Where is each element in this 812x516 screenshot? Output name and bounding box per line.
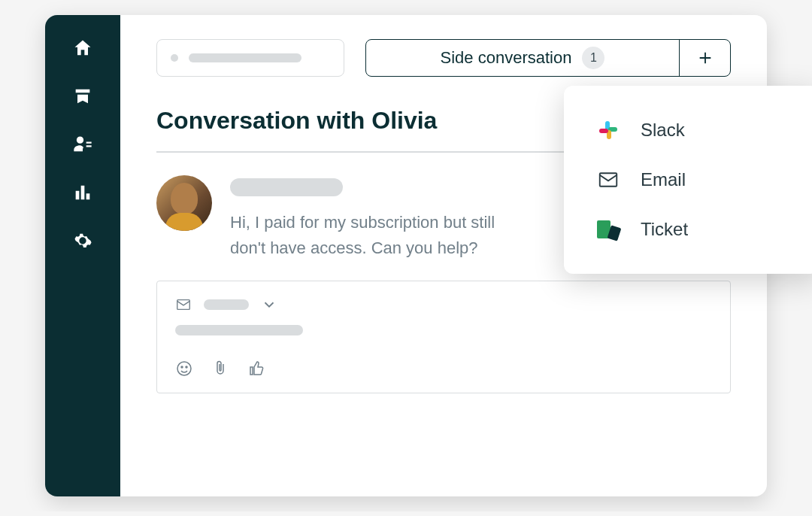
add-side-conversation-button[interactable] <box>679 40 730 76</box>
side-conversation-count-badge: 1 <box>582 47 604 69</box>
reply-composer[interactable] <box>156 281 731 393</box>
thumbs-up-button[interactable] <box>247 360 265 378</box>
thumbs-up-icon <box>247 360 265 378</box>
dropdown-label: Email <box>641 169 686 190</box>
reporting-icon[interactable] <box>72 182 93 203</box>
sidebar-nav <box>45 15 120 496</box>
side-conversation-group: Side conversation 1 <box>365 39 731 77</box>
ticket-icon <box>595 217 621 242</box>
chevron-down-icon <box>261 296 277 313</box>
views-icon[interactable] <box>72 86 93 107</box>
attachment-button[interactable] <box>211 360 229 378</box>
message-text: Hi, I paid for my subscription but still… <box>230 210 531 261</box>
customers-icon[interactable] <box>72 134 93 155</box>
reply-text-placeholder <box>175 325 303 335</box>
svg-rect-4 <box>600 173 617 187</box>
reply-channel-selector[interactable] <box>175 296 712 313</box>
author-name-placeholder <box>230 178 343 196</box>
home-icon[interactable] <box>72 38 93 59</box>
emoji-icon <box>175 360 193 378</box>
svg-point-1 <box>177 362 191 375</box>
side-conversation-dropdown: Slack Email Ticket <box>564 86 812 274</box>
channel-placeholder <box>204 299 249 310</box>
emoji-button[interactable] <box>175 360 193 378</box>
side-conversation-button[interactable]: Side conversation 1 <box>366 40 679 76</box>
side-conversation-label: Side conversation <box>441 48 572 68</box>
dropdown-label: Slack <box>641 120 685 141</box>
dropdown-item-slack[interactable]: Slack <box>564 105 812 155</box>
email-icon <box>175 296 192 313</box>
email-icon <box>595 167 621 193</box>
reply-actions <box>175 360 712 378</box>
header-row: Side conversation 1 <box>156 39 731 77</box>
settings-icon[interactable] <box>72 230 93 251</box>
status-dot-icon <box>171 54 178 62</box>
app-window: Side conversation 1 Conversation with Ol… <box>45 15 767 496</box>
status-selector[interactable] <box>156 39 344 77</box>
dropdown-item-email[interactable]: Email <box>564 155 812 205</box>
paperclip-icon <box>211 360 229 378</box>
dropdown-label: Ticket <box>641 219 688 240</box>
status-placeholder <box>189 53 301 62</box>
plus-icon <box>697 50 714 66</box>
dropdown-item-ticket[interactable]: Ticket <box>564 205 812 254</box>
main-panel: Side conversation 1 Conversation with Ol… <box>120 15 767 496</box>
svg-rect-0 <box>177 300 190 310</box>
svg-point-3 <box>186 366 187 368</box>
avatar <box>156 175 212 231</box>
slack-icon <box>595 117 621 143</box>
svg-point-2 <box>181 366 183 368</box>
